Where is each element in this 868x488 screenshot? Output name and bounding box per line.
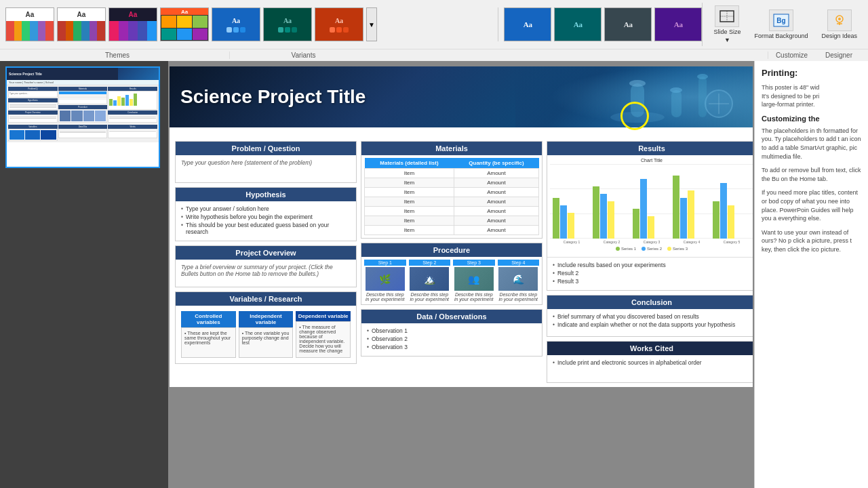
customizing-title: Customizing the — [762, 115, 861, 123]
printing-line3: large-format printer. — [762, 101, 815, 108]
slide-content-grid: Problem / Question Type your question he… — [170, 137, 753, 387]
bar-2-yellow — [608, 201, 614, 239]
var-header-1: Controlled variables — [181, 311, 236, 327]
var-text-3: The measure of change observed because o… — [299, 325, 347, 353]
col-2: Materials Materials (detailed list) Quan… — [361, 141, 542, 383]
obs-1: Observation 1 — [367, 327, 536, 334]
bar-1-green — [553, 198, 559, 239]
format-bg-icon: Bg — [769, 9, 793, 31]
design-ideas-label: Design Ideas — [821, 33, 857, 39]
theme-item-7[interactable]: Aa — [315, 7, 363, 41]
hypothesis-bullet-3: This should be your best educated guess … — [181, 222, 351, 235]
var-item-3: Dependent variable The measure of change… — [296, 311, 351, 358]
item-2: Item — [365, 178, 454, 188]
item-7: Item — [365, 226, 454, 235]
customizing-p3: If you need more plac titles, content or… — [762, 188, 861, 222]
hypothesis-bullet-2: Write hypothesis before you begin the ex… — [181, 214, 351, 220]
design-ideas-button[interactable]: Design Ideas — [816, 7, 863, 42]
svg-point-8 — [838, 18, 841, 20]
step-4: Step 4 🌊 Describe this step in your expe… — [498, 260, 540, 302]
works-cited-section: Works Cited Include print and electronic… — [547, 341, 753, 383]
y-line-1 — [550, 164, 753, 165]
variant-item-4[interactable]: Aa — [654, 7, 702, 41]
table-row: ItemAmount — [365, 178, 539, 188]
item-4: Item — [365, 197, 454, 207]
theme-item-3[interactable]: Aa — [108, 7, 157, 41]
table-row: ItemAmount — [365, 188, 539, 197]
variant-item-1[interactable]: Aa — [504, 7, 551, 41]
slide-size-button[interactable]: Slide Size ▼ — [708, 3, 746, 46]
var-item-1: Controlled variables These are kept the … — [181, 311, 236, 358]
legend-series-1: Series 1 — [616, 247, 636, 251]
works-cited-text: Include print and electronic sources in … — [553, 359, 751, 366]
conclusion-section: Conclusion Brief summary of what you dis… — [547, 295, 753, 337]
materials-col1-header: Materials (detailed list) — [365, 158, 454, 169]
variants-section-label: Variants — [229, 52, 372, 59]
conclusion-body: Brief summary of what you discovered bas… — [547, 309, 753, 336]
step-3: Step 3 👥 Describe this step in your expe… — [453, 260, 495, 302]
chart-group-4 — [673, 176, 711, 239]
variant-item-3[interactable]: Aa — [604, 7, 652, 41]
x-label-5: Category 5 — [713, 240, 751, 244]
themes-dropdown-button[interactable]: ▼ — [366, 7, 377, 41]
slide-wrapper: Science Project Title — [170, 66, 753, 387]
theme-item-4[interactable]: Aa — [160, 7, 209, 41]
results-section: Results Chart Title — [547, 141, 753, 291]
procedure-section: Procedure Step 1 🌿 Describe this step in… — [361, 243, 542, 305]
theme-item-2[interactable]: Aa — [57, 7, 106, 41]
var-text-2: The one variable you purposely change an… — [242, 331, 290, 345]
hypothesis-bullet-1: Type your answer / solution here — [181, 205, 351, 212]
procedure-header: Procedure — [361, 243, 542, 257]
slide-canvas[interactable]: Science Project Title — [170, 66, 753, 387]
chart-x-labels: Category 1 Category 2 Category 3 Categor… — [550, 239, 753, 245]
step-1: Step 1 🌿 Describe this step in your expe… — [364, 260, 406, 302]
legend-label-2: Series 2 — [647, 247, 662, 251]
main-area: 1 Science Project Title Your name | Teac… — [0, 61, 868, 488]
step-3-img-inner: 👥 — [454, 267, 494, 291]
variant-item-2[interactable]: Aa — [554, 7, 601, 41]
customize-section: Slide Size ▼ Bg Format Background — [702, 3, 863, 46]
chart-group-5 — [713, 183, 751, 239]
theme-item-1[interactable]: Aa — [5, 7, 54, 41]
printing-text: This poster is 48" wid It's designed to … — [762, 83, 861, 109]
materials-header: Materials — [361, 142, 542, 155]
x-label-2: Category 2 — [593, 240, 631, 244]
variables-grid: Controlled variables These are kept the … — [178, 308, 353, 361]
chart-area — [550, 164, 753, 239]
legend-dot-3 — [667, 247, 671, 251]
slide-thumbnail[interactable]: Science Project Title Your name | Teache… — [5, 66, 160, 168]
materials-col2-header: Quantity (be specific) — [454, 158, 538, 169]
legend-label-3: Series 3 — [673, 247, 688, 251]
var-body-3: The measure of change observed because o… — [296, 321, 351, 358]
step-1-label: Step 1 — [364, 260, 406, 266]
works-cited-header: Works Cited — [547, 342, 753, 355]
conclusion-2: Indicate and explain whether or not the … — [553, 321, 751, 328]
legend-series-3: Series 3 — [667, 247, 688, 251]
toolbar-labels: Themes Variants Customize Designer — [0, 49, 868, 61]
bar-4-yellow — [688, 190, 694, 239]
thumb-hyp-body — [8, 102, 58, 110]
variables-section: Variables / Research Controlled variable… — [175, 291, 357, 364]
step-1-img-inner: 🌿 — [366, 267, 405, 291]
theme-item-5[interactable]: Aa — [212, 7, 260, 41]
theme-item-6[interactable]: Aa — [263, 7, 312, 41]
slide-size-icon — [715, 5, 739, 27]
result-3: Result 3 — [553, 278, 751, 285]
svg-point-11 — [629, 80, 646, 87]
hypothesis-body: Type your answer / solution here Write h… — [176, 201, 356, 241]
var-item-2: Independent variable The one variable yo… — [239, 311, 294, 358]
format-background-button[interactable]: Bg Format Background — [749, 7, 813, 42]
problem-text: Type your question here (statement of th… — [181, 159, 312, 166]
slide-hero: Science Project Title — [170, 66, 753, 127]
obs-3: Observation 3 — [367, 344, 536, 350]
chart-group-3 — [633, 179, 671, 239]
svg-rect-14 — [698, 77, 707, 117]
toolbar-main: Aa Aa — [0, 0, 868, 49]
bar-4-blue — [680, 198, 687, 239]
svg-point-16 — [705, 90, 732, 117]
item-1: Item — [365, 169, 454, 178]
bar-5-green — [713, 201, 719, 239]
problem-body: Type your question here (statement of th… — [176, 155, 356, 182]
step-3-img: 👥 — [454, 267, 494, 291]
steps-grid: Step 1 🌿 Describe this step in your expe… — [361, 257, 542, 304]
